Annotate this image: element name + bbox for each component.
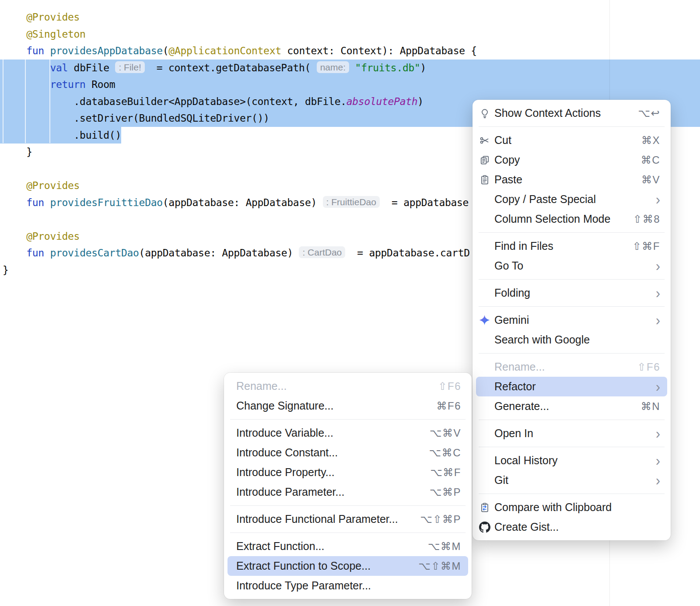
code-token: fun [3,197,50,208]
menu-separator [479,447,665,447]
submenu-arrow-icon: › [656,313,660,327]
code-token: providesCartDao [50,247,139,259]
menu-item-extract-function-to-scope[interactable]: Extract Function to Scope...⌥⇧⌘M [228,556,468,576]
code-token: (appDatabase: AppDatabase) [139,247,299,259]
menu-item-label: Go To [494,259,523,272]
shortcut-label: ⌥⌘V [430,427,461,439]
menu-item-label: Column Selection Mode [494,213,610,225]
code-token: .setDriver(BundledSQLiteDriver()) [3,112,270,124]
code-token: "fruits.db" [355,62,420,74]
menu-item-label: Introduce Property... [236,466,335,479]
paste-icon [479,174,490,186]
blank-icon [479,240,490,252]
code-token: context: Context): AppDatabase { [281,45,477,56]
menu-item-label: Cut [494,134,511,147]
menu-separator [230,419,466,420]
blank-icon [479,474,490,486]
shortcut-label: ⌘C [641,154,660,166]
menu-separator [479,306,665,307]
code-line: @Provides [3,9,700,26]
menu-item-introduce-functional-parameter[interactable]: Introduce Functional Parameter...⌥⇧⌘P [224,509,472,529]
menu-item-copy-paste-special[interactable]: Copy / Paste Special› [472,189,671,209]
menu-item-folding[interactable]: Folding› [472,283,671,303]
menu-item-create-gist[interactable]: Create Gist... [472,517,671,537]
code-token: @Provides [3,11,80,23]
lightbulb-icon [479,107,490,119]
menu-item-label: Open In [494,427,533,440]
compare-icon [479,501,490,513]
menu-item-open-in[interactable]: Open In› [472,424,671,443]
code-line: return Room [0,76,700,93]
copy-icon [479,154,490,166]
blank-icon [479,361,490,373]
menu-item-rename[interactable]: Rename...⇧F6 [224,376,472,396]
menu-item-find-in-files[interactable]: Find in Files⇧⌘F [472,236,671,256]
shortcut-label: ⌘X [641,134,660,147]
menu-item-refactor[interactable]: Refactor› [476,377,667,396]
indent-guide [49,59,50,143]
menu-item-rename[interactable]: Rename...⇧F6 [472,357,671,377]
code-line: @Singleton [3,26,700,43]
menu-item-paste[interactable]: Paste⌘V [472,170,671,189]
inlay-hint: : CartDao [299,246,345,258]
menu-item-generate[interactable]: Generate...⌘N [472,396,671,416]
code-token: @ApplicationContext [168,45,281,56]
submenu-arrow-icon: › [656,379,660,394]
menu-item-label: Refactor [494,380,536,393]
menu-item-introduce-type-parameter[interactable]: Introduce Type Parameter... [224,576,472,595]
code-token: fun [3,247,50,259]
code-token: providesFruittieDao [50,197,162,208]
menu-separator [479,494,665,494]
menu-item-change-signature[interactable]: Change Signature...⌘F6 [224,396,472,416]
blank-icon [479,455,490,466]
menu-separator [479,353,665,354]
menu-item-go-to[interactable]: Go To› [472,256,671,276]
menu-item-label: Find in Files [494,240,553,252]
code-line: fun providesAppDatabase(@ApplicationCont… [3,42,700,60]
code-token: (appDatabase: AppDatabase) [163,197,323,208]
menu-separator [479,279,665,280]
code-token: fun [3,45,50,56]
code-token: dbFile [74,62,116,74]
menu-item-introduce-property[interactable]: Introduce Property...⌥⌘F [224,462,472,482]
blank-icon [479,213,490,225]
menu-item-introduce-parameter[interactable]: Introduce Parameter...⌥⌘P [224,482,472,502]
blank-icon [479,260,490,272]
menu-item-column-selection-mode[interactable]: Column Selection Mode⇧⌘8 [472,209,671,229]
code-token: = appDatabase.cartD [345,247,470,259]
code-token: ) [417,96,424,107]
menu-item-label: Show Context Actions [494,107,601,119]
menu-item-extract-function[interactable]: Extract Function...⌥⌘M [224,536,472,556]
menu-item-introduce-variable[interactable]: Introduce Variable...⌥⌘V [224,423,472,443]
menu-item-show-context-actions[interactable]: Show Context Actions⌥↩ [472,103,671,123]
code-token: return [3,79,91,90]
menu-item-search-with-google[interactable]: Search with Google [472,330,671,350]
menu-item-label: Git [494,474,508,487]
code-token: .databaseBuilder<AppDatabase>(context, d… [3,96,346,107]
blank-icon [479,334,490,346]
menu-item-copy[interactable]: Copy⌘C [472,150,671,170]
shortcut-label: ⌘N [641,400,660,413]
menu-item-local-history[interactable]: Local History› [472,451,671,470]
inlay-hint: : File! [115,61,144,73]
code-token: } [3,264,9,276]
menu-item-cut[interactable]: Cut⌘X [472,130,671,150]
menu-separator [479,420,665,420]
code-token: = context.getDatabasePath( [145,62,317,74]
menu-item-label: Extract Function to Scope... [236,560,371,572]
menu-item-gemini[interactable]: Gemini› [472,310,671,330]
menu-item-label: Introduce Parameter... [236,486,344,498]
code-token: @Provides [3,231,80,242]
menu-item-label: Extract Function... [236,540,324,553]
menu-item-introduce-constant[interactable]: Introduce Constant...⌥⌘C [224,443,472,462]
submenu-arrow-icon: › [656,259,660,273]
shortcut-label: ⌥⌘F [430,466,461,479]
code-token: .build() [3,130,121,141]
menu-item-label: Change Signature... [236,399,333,412]
menu-item-label: Introduce Type Parameter... [236,579,371,592]
menu-item-git[interactable]: Git› [472,470,671,490]
code-token: = appDatabase [380,197,469,208]
menu-item-compare-with-clipboard[interactable]: Compare with Clipboard [472,497,671,517]
shortcut-label: ⌥⇧⌘P [420,513,461,525]
code-token: ( [163,45,169,56]
